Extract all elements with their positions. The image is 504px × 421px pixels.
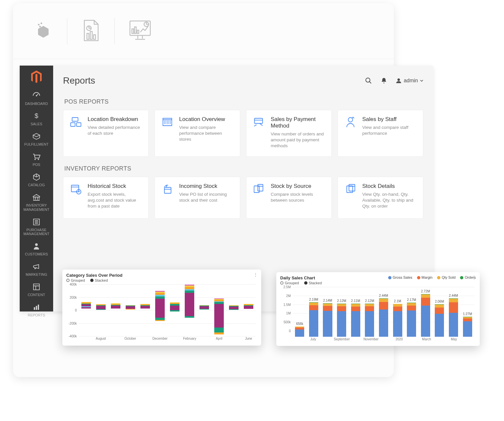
card-title: Historical Stock <box>88 183 142 190</box>
svg-rect-33 <box>254 186 259 192</box>
svg-rect-20 <box>34 307 35 310</box>
card-icon <box>252 116 266 149</box>
card-title: Stock Details <box>362 183 417 190</box>
sidebar-item-purchase-management[interactable]: PURCHASE MANAGEMENT <box>20 215 53 239</box>
section-title: INVENTORY REPORTS <box>64 165 423 172</box>
svg-rect-30 <box>72 185 79 191</box>
search-icon[interactable] <box>365 77 372 84</box>
card-desc: Export stock levels, avg.cost and stock … <box>88 191 142 210</box>
card-title: Stock by Source <box>271 183 326 190</box>
hex-logo-icon <box>33 20 54 42</box>
card-desc: View detailed performance of each store <box>88 125 142 136</box>
sidebar-item-dashboard[interactable]: DASHBOARD <box>20 89 53 109</box>
report-doc-icon <box>80 18 101 44</box>
chart-menu-icon[interactable]: ⋮ <box>253 272 258 277</box>
chart-toggle[interactable]: Grouped Stacked <box>280 281 322 285</box>
chart-title: Category Sales Over Period <box>66 273 257 278</box>
chart-legend: Gross SalesMarginQty SoldOrders <box>388 275 476 279</box>
svg-point-15 <box>34 159 36 160</box>
report-card-incoming-stock[interactable]: Incoming StockView PO list of incoming s… <box>155 177 240 219</box>
sidebar-item-reports[interactable]: REPORTS <box>20 300 53 320</box>
user-label: admin <box>404 78 418 84</box>
svg-point-2 <box>41 22 42 24</box>
user-menu[interactable]: admin <box>396 78 423 84</box>
report-card-historical-stock[interactable]: Historical StockExport stock levels, avg… <box>63 177 149 219</box>
svg-rect-32 <box>164 187 171 193</box>
hero-header <box>13 3 394 59</box>
card-title: Sales by Payment Method <box>271 116 326 129</box>
sidebar-item-pos[interactable]: POS <box>20 150 53 170</box>
svg-rect-25 <box>72 118 78 121</box>
card-title: Sales by Staff <box>362 116 417 123</box>
analytics-screen-icon <box>128 19 152 43</box>
report-card-location-breakdown[interactable]: Location BreakdownView detailed performa… <box>63 110 149 157</box>
sidebar-item-customers[interactable]: CUSTOMERS <box>20 239 53 259</box>
svg-marker-0 <box>38 26 49 38</box>
card-icon <box>69 116 83 149</box>
magento-logo-icon[interactable] <box>20 66 53 89</box>
svg-rect-9 <box>132 29 134 33</box>
card-icon <box>161 116 175 149</box>
card-title: Location Breakdown <box>88 116 142 123</box>
chart-menu-icon[interactable]: ⋮ <box>472 275 476 280</box>
chart-category-sales: ⋮ Category Sales Over Period Grouped Sta… <box>62 270 261 346</box>
svg-rect-19 <box>33 284 39 290</box>
card-icon <box>161 183 175 211</box>
report-card-sales-by-staff[interactable]: Sales by StaffView and compare staff per… <box>338 110 423 157</box>
svg-text:$: $ <box>34 112 38 119</box>
card-icon <box>344 116 358 149</box>
page-title: Reports <box>63 75 95 86</box>
svg-rect-21 <box>36 306 37 310</box>
chart-toggle[interactable]: Grouped Stacked <box>66 278 257 282</box>
report-card-stock-details[interactable]: Stock DetailsView Qty. on-hand, Qty. Ava… <box>338 177 423 219</box>
report-card-location-overview[interactable]: Location OverviewView and compare perfor… <box>155 110 240 157</box>
svg-point-16 <box>38 159 39 160</box>
chart-daily-sales: ⋮ Daily Sales Chart Grouped Stacked Gros… <box>276 272 480 346</box>
svg-rect-6 <box>90 31 92 39</box>
section-title: POS REPORTS <box>64 98 423 105</box>
svg-rect-5 <box>87 33 89 39</box>
sidebar-item-fulfillment[interactable]: FULFILLMENT <box>20 129 53 150</box>
chart-title: Daily Sales Chart <box>280 275 322 280</box>
svg-point-23 <box>366 78 370 82</box>
svg-point-18 <box>35 243 38 246</box>
svg-rect-27 <box>76 123 81 126</box>
sidebar: DASHBOARD$SALESFULFILLMENTPOSCATALOGINVE… <box>20 66 53 311</box>
report-card-stock-by-source[interactable]: Stock by SourceCompare stock levels betw… <box>246 177 332 219</box>
svg-rect-7 <box>94 35 95 39</box>
topbar: Reports admin <box>63 71 423 90</box>
sidebar-item-marketing[interactable]: MARKETING <box>20 259 53 280</box>
svg-rect-34 <box>258 184 263 191</box>
report-card-sales-by-payment-method[interactable]: Sales by Payment MethodView number of or… <box>246 110 332 157</box>
card-icon <box>252 183 266 211</box>
svg-rect-36 <box>349 184 355 191</box>
card-desc: View PO list of incoming stock and their… <box>179 191 234 203</box>
sidebar-item-content[interactable]: CONTENT <box>20 280 53 300</box>
card-desc: View number of orders and amount paid by… <box>271 131 326 149</box>
card-title: Incoming Stock <box>179 183 234 190</box>
svg-rect-26 <box>71 123 75 126</box>
card-icon <box>69 183 83 211</box>
svg-rect-22 <box>38 305 39 310</box>
notifications-icon[interactable] <box>381 77 387 84</box>
svg-point-3 <box>39 26 41 27</box>
sidebar-item-inventory-management[interactable]: INVENTORY MANAGEMENT <box>20 190 53 214</box>
card-desc: Compare stock levels between sources <box>271 191 326 203</box>
sidebar-item-catalog[interactable]: CATALOG <box>20 170 53 190</box>
svg-rect-11 <box>137 30 139 33</box>
card-icon <box>344 183 358 211</box>
card-desc: View Qty. on-hand, Qty. Available, Qty. … <box>362 191 417 210</box>
card-title: Location Overview <box>179 116 234 123</box>
svg-point-24 <box>398 78 400 81</box>
svg-rect-35 <box>347 186 353 192</box>
sidebar-item-sales[interactable]: $SALES <box>20 109 53 129</box>
svg-rect-10 <box>135 27 136 33</box>
card-desc: View and compare staff performance <box>362 125 417 136</box>
card-desc: View and compare performance between sto… <box>179 125 234 143</box>
svg-point-1 <box>38 24 40 25</box>
svg-rect-28 <box>255 118 263 124</box>
